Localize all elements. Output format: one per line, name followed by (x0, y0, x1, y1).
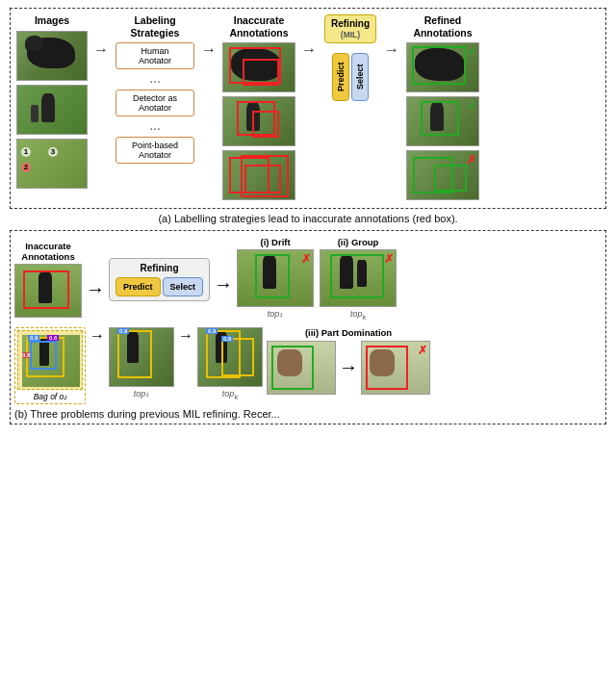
wrestling-green-box-2 (434, 165, 467, 192)
predict-box: Predict (332, 53, 349, 101)
strategies-column: LabelingStrategies HumanAnotator ··· Det… (113, 14, 197, 167)
arrow-images-to-strategies: → (93, 14, 109, 59)
bottom-bottom-row: 0.9 0.6 0.8 Bag of o₂ → 0.9 top₁ (14, 327, 602, 404)
dots-separator: ··· (149, 74, 161, 88)
refined-player-image: ✓ (406, 96, 479, 146)
cat-red-box (366, 346, 408, 390)
bottom-figure (38, 272, 52, 303)
xmark-icon: ✗ (467, 153, 476, 167)
top1-image: 0.9 (109, 327, 174, 387)
part-domination-label: (iii) Part Domination (305, 327, 392, 338)
cat-green-box (271, 346, 314, 390)
refining-title: Refining (331, 18, 370, 29)
player-green-box (421, 101, 459, 136)
cat-image-1 (267, 341, 336, 395)
top-section: Images 1 2 3 → LabelingStrateg (10, 8, 606, 209)
checkmark-icon-2: ✓ (467, 99, 476, 113)
cow-image (16, 31, 88, 81)
topk-label: topk (222, 389, 238, 401)
bag-label: Bag of o₂ (34, 392, 67, 401)
number-3: 3 (48, 147, 58, 157)
drift-label: (i) Drift (260, 237, 290, 247)
bag-score-06: 0.6 (47, 335, 59, 341)
player-body (41, 93, 55, 122)
drift-sublabel: top₁ (268, 309, 284, 319)
topk-score-08: 0.8 (221, 336, 233, 342)
refined-label: RefinedAnnotations (413, 14, 472, 39)
right-arrow-icon-3: → (301, 41, 317, 59)
refined-wrestling-image: ✗ (406, 150, 479, 200)
wrestling-red-box-3 (241, 155, 289, 197)
group-green-box (330, 254, 384, 298)
group-panel: (ii) Group ✗ topk (320, 237, 397, 321)
drift-green-box (255, 254, 290, 298)
topk-image: 0.9 0.8 (197, 327, 263, 387)
arrow-inaccurate-to-refining: → (301, 14, 317, 59)
bottom-predict-select: Predict Select (116, 277, 203, 296)
player-image (16, 85, 88, 135)
predict-select-group: Predict Select (332, 53, 369, 101)
right-arrow-icon-4: → (384, 41, 399, 59)
number-1: 1 (21, 147, 31, 157)
bottom-predict-box: Predict (116, 277, 161, 296)
bottom-refining-box: Refining Predict Select (109, 258, 210, 301)
topk-yellow-box-2 (221, 338, 254, 376)
bottom-inaccurate: InaccurateAnnotations (14, 241, 82, 318)
bottom-caption: (b) Three problems during previous MIL r… (14, 408, 602, 420)
bag-arrow: → (90, 327, 105, 345)
wrestling-image: 1 2 3 (16, 139, 88, 189)
refining-subtitle: (MIL) (341, 30, 360, 39)
bag-bg: 0.9 0.6 0.8 (22, 335, 80, 387)
cow-red-box-2 (243, 59, 279, 86)
strategies-label: LabelingStrategies (131, 14, 180, 39)
bottom-select-box: Select (163, 277, 204, 296)
bottom-inaccurate-label: InaccurateAnnotations (14, 241, 82, 262)
right-arrow-icon-2: → (201, 41, 217, 59)
refining-column: Refining (MIL) Predict Select (321, 14, 380, 101)
refining-label-box: Refining (MIL) (324, 14, 376, 43)
top-caption: (a) Labelling strategies lead to inaccur… (10, 213, 606, 224)
top1-label: top₁ (134, 389, 150, 398)
bottom-arrow-2: → (214, 264, 233, 296)
cat-image-2: ✗ (361, 341, 430, 395)
bottom-inaccurate-image (14, 264, 82, 318)
cow-green-box (412, 46, 466, 85)
top1-yellow-box (117, 330, 152, 378)
bottom-top-row: InaccurateAnnotations → Refining Predict… (14, 237, 602, 321)
bottom-arrow-1: → (86, 259, 105, 300)
group-image: ✗ (320, 249, 397, 307)
bag-blue-box (30, 341, 57, 370)
right-arrow-icon: → (93, 41, 109, 59)
cat-xmark: ✗ (418, 344, 427, 357)
topk-section: 0.9 0.8 topk (197, 327, 263, 401)
number-2: 2 (21, 163, 31, 172)
group-sublabel: topk (350, 309, 366, 321)
point-annotator-box: Point-basedAnotator (116, 137, 194, 164)
bag-section: 0.9 0.6 0.8 Bag of o₂ (14, 327, 86, 404)
inaccurate-column: InaccurateAnnotations (220, 14, 297, 204)
inaccurate-cow-image (222, 42, 295, 92)
human-annotator-box: HumanAnotator (116, 42, 194, 69)
dots-separator-2: ··· (149, 121, 161, 135)
checkmark-icon: ✓ (467, 45, 476, 59)
drift-panel: (i) Drift ✗ top₁ (237, 237, 314, 321)
inaccurate-label: InaccurateAnnotations (229, 14, 288, 39)
arrow-strategies-to-inaccurate: → (201, 14, 217, 59)
part-domination-section: (iii) Part Domination → ✗ (267, 327, 430, 395)
cow-head (25, 36, 42, 51)
group-xmark: ✗ (384, 252, 394, 266)
top1-section: 0.9 top₁ (109, 327, 174, 398)
detector-annotator-box: Detector asAnotator (116, 90, 194, 116)
player-red-box-2 (252, 111, 279, 138)
topk-score-09: 0.9 (206, 328, 218, 334)
bottom-right-results: (i) Drift ✗ top₁ (ii) Group (237, 237, 602, 321)
inaccurate-wrestling-image (222, 150, 295, 200)
bottom-section: InaccurateAnnotations → Refining Predict… (10, 230, 606, 424)
top1-topk-arrow: → (178, 327, 193, 345)
images-label: Images (35, 14, 69, 27)
part-dom-arrow: → (339, 356, 358, 378)
player-small (31, 105, 38, 122)
main-container: Images 1 2 3 → LabelingStrateg (0, 0, 616, 432)
images-column: Images 1 2 3 (14, 14, 90, 193)
drift-xmark: ✗ (301, 252, 311, 266)
